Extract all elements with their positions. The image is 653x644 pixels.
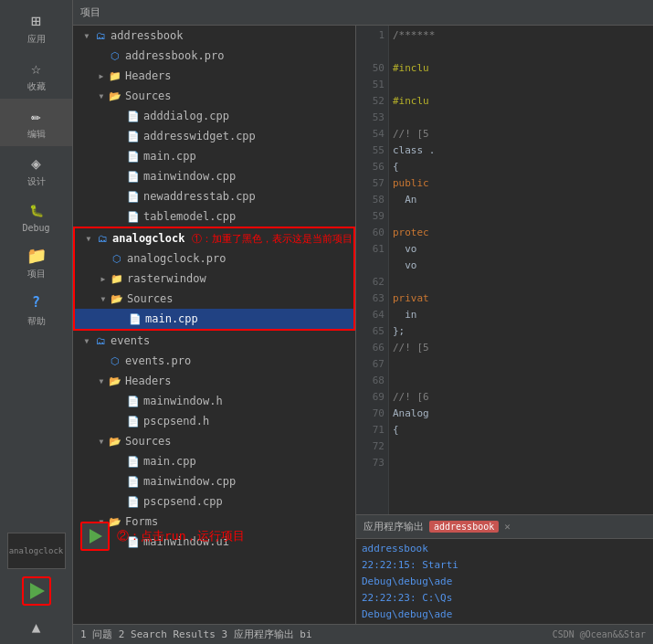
- tree-item-main1[interactable]: 📄 main.cpp: [73, 146, 355, 166]
- tree-item-sources3[interactable]: ▼ 📂 Sources: [73, 431, 355, 451]
- star-icon: ☆: [26, 57, 47, 79]
- tree-item-sources2[interactable]: ▼ 📂 Sources: [75, 289, 353, 309]
- rasterwindow-icon: 📁: [110, 271, 124, 286]
- code-line: [393, 274, 649, 290]
- addressbook-label: addressbook: [111, 29, 183, 42]
- h-file-icon1: 📄: [126, 394, 141, 408]
- sidebar-bottom: analogclock ▲: [0, 529, 72, 644]
- output-line: 22:22:23: C:\Qs: [362, 590, 648, 607]
- tree-item-events-pro[interactable]: ⬡ events.pro: [73, 351, 355, 371]
- status-right: CSDN @Ocean&&Star: [553, 628, 646, 640]
- tree-item-addresswidget[interactable]: 📄 addresswidget.cpp: [73, 126, 355, 146]
- project-panel: ▼ 🗂 addressbook ⬡ addressbook.pro ▶ 📁: [73, 26, 356, 624]
- output-close-icon[interactable]: ✕: [504, 521, 511, 533]
- newaddresstab-label: newaddresstab.cpp: [143, 190, 256, 203]
- tree-item-addressbook-pro[interactable]: ⬡ addressbook.pro: [73, 46, 355, 66]
- sidebar-item-app[interactable]: ⊞ 应用: [0, 4, 72, 51]
- code-line: class .: [393, 143, 649, 159]
- run-annotation-text: ②：点击run，运行项目: [117, 528, 245, 544]
- tree-item-tablemodel[interactable]: 📄 tablemodel.cpp: [73, 206, 355, 227]
- events-pro-label: events.pro: [125, 354, 191, 367]
- tree-item-analogclock-pro[interactable]: ⬡ analogclock.pro: [75, 248, 353, 269]
- tree-item-adddialog[interactable]: 📄 adddialog.cpp: [73, 106, 355, 126]
- code-line: #inclu: [393, 60, 649, 77]
- output-badge: addressbook: [429, 521, 499, 533]
- no-arrow3: [113, 130, 126, 143]
- tree-item-main3[interactable]: 📄 main.cpp: [73, 451, 355, 471]
- sidebar-label-debug: Debug: [22, 223, 49, 233]
- no-arrow5: [113, 170, 126, 183]
- tree-item-sources1[interactable]: ▼ 📂 Sources: [73, 86, 355, 106]
- run-annotation: ②：点击run，运行项目: [80, 522, 245, 551]
- addresswidget-label: addresswidget.cpp: [143, 130, 256, 143]
- sidebar-label-edit: 编辑: [27, 128, 46, 141]
- design-icon: ◈: [26, 152, 47, 174]
- no-arrow11: [113, 395, 126, 407]
- sidebar-item-help[interactable]: ? 帮助: [0, 286, 72, 333]
- sidebar-item-favorites[interactable]: ☆ 收藏: [0, 51, 72, 99]
- no-arrow12: [113, 415, 126, 428]
- edit-icon: ✏: [26, 104, 47, 126]
- sidebar: ⊞ 应用 ☆ 收藏 ✏ 编辑 ◈ 设计 🐛 Debug 📁 项目 ? 帮助: [0, 0, 73, 644]
- sidebar-item-project[interactable]: 📁 项目: [0, 238, 72, 286]
- tree-item-newaddresstab[interactable]: 📄 newaddresstab.cpp: [73, 186, 355, 206]
- arrow-up-icon: ▲: [26, 616, 47, 638]
- tree-item-events[interactable]: ▼ 🗂 events: [73, 331, 355, 351]
- tree-arrow-sources2: ▼: [97, 292, 110, 305]
- sidebar-item-edit[interactable]: ✏ 编辑: [0, 99, 72, 146]
- tree-item-addressbook[interactable]: ▼ 🗂 addressbook: [73, 26, 355, 46]
- tree-item-main2[interactable]: 📄 main.cpp: [75, 309, 353, 329]
- events-label: events: [111, 334, 150, 347]
- folder-icon: 🗂: [93, 28, 108, 43]
- output-content: addressbook 22:22:15: Starti Debug\debug…: [356, 539, 653, 624]
- tree-item-pscpsend-cpp[interactable]: 📄 pscpsend.cpp: [73, 491, 355, 512]
- sources3-icon: 📂: [108, 434, 122, 449]
- code-line: protec: [393, 225, 649, 241]
- code-line: vo: [393, 241, 649, 258]
- cpp-file-icon6: 📄: [126, 209, 141, 224]
- cpp-file-icon7: 📄: [128, 311, 142, 326]
- output-line: addressbook: [362, 541, 648, 557]
- tree-item-mainwindow2[interactable]: 📄 mainwindow.cpp: [73, 471, 355, 491]
- sidebar-item-debug[interactable]: 🐛 Debug: [0, 194, 72, 238]
- tree-item-rasterwindow[interactable]: ▶ 📁 rasterwindow: [75, 269, 353, 289]
- sidebar-label-project: 项目: [27, 268, 46, 280]
- tree-arrow-addressbook: ▼: [80, 29, 93, 42]
- code-line: {: [393, 422, 649, 438]
- sidebar-item-debug2[interactable]: ▲: [0, 613, 72, 642]
- current-project-box: ▼ 🗂 analogclock ①：加重了黑色，表示这是当前项目 ⬡ analo…: [73, 227, 355, 331]
- code-line: privat: [393, 290, 649, 307]
- code-line: [393, 208, 649, 225]
- sources2-label: Sources: [127, 292, 174, 305]
- code-line: An: [393, 192, 649, 208]
- cpp-file-icon10: 📄: [126, 494, 141, 509]
- main2-label: main.cpp: [145, 312, 198, 325]
- tree-item-pscpsend-h[interactable]: 📄 pscpsend.h: [73, 411, 355, 431]
- code-line: [393, 77, 649, 93]
- run-button[interactable]: [22, 576, 51, 606]
- tree-item-mainwindow1[interactable]: 📄 mainwindow.cpp: [73, 166, 355, 186]
- code-area[interactable]: /****** #inclu #inclu //! [5 class . { p…: [389, 26, 653, 514]
- tree-item-mainwindow-h[interactable]: 📄 mainwindow.h: [73, 391, 355, 411]
- sidebar-label-help: 帮助: [27, 315, 46, 328]
- adddialog-label: adddialog.cpp: [143, 110, 229, 122]
- tree-arrow-sources3: ▼: [95, 435, 108, 448]
- pro-file-icon: ⬡: [108, 48, 122, 63]
- tree-item-headers2[interactable]: ▼ 📂 Headers: [73, 371, 355, 391]
- tree-arrow-analogclock: ▼: [82, 232, 95, 245]
- annotation1-text: ①：加重了黑色，表示这是当前项目: [192, 232, 353, 246]
- tree-item-headers1[interactable]: ▶ 📁 Headers: [73, 66, 355, 86]
- content-split: ▼ 🗂 addressbook ⬡ addressbook.pro ▶ 📁: [73, 26, 653, 624]
- tree-item-analogclock[interactable]: ▼ 🗂 analogclock ①：加重了黑色，表示这是当前项目: [75, 228, 353, 248]
- mainwindow1-label: mainwindow.cpp: [143, 170, 236, 183]
- events-folder-icon: 🗂: [93, 333, 108, 348]
- output-line: Debug\debug\ade: [362, 574, 648, 590]
- h-file-icon2: 📄: [126, 414, 141, 428]
- analogclock-pro-icon: ⬡: [110, 251, 124, 266]
- cpp-file-icon5: 📄: [126, 189, 141, 204]
- no-arrow13: [113, 455, 126, 468]
- sidebar-item-design[interactable]: ◈ 设计: [0, 146, 72, 194]
- mainwindow2-label: mainwindow.cpp: [143, 475, 236, 488]
- sidebar-label-design: 设计: [27, 175, 46, 188]
- line-numbers: 1 50 51 52 53 54 55 56 57 58 59 60 61: [356, 26, 389, 514]
